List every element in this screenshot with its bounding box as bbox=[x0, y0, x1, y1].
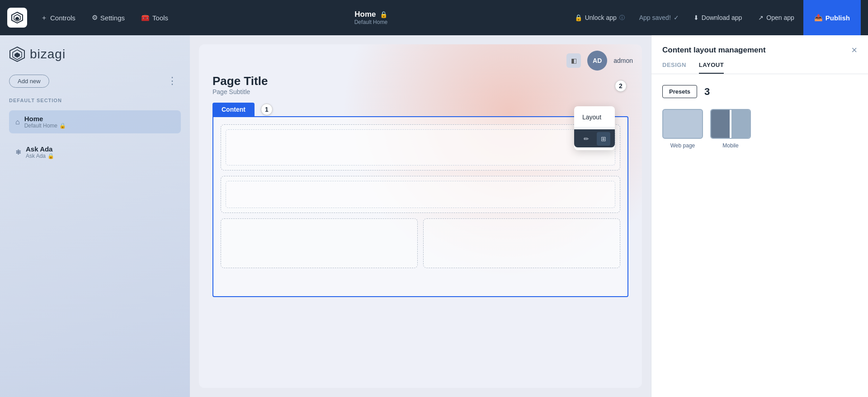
controls-label: Controls bbox=[50, 14, 75, 22]
lock-icon: 🔒 bbox=[59, 123, 66, 129]
placeholder-inner-2 bbox=[226, 181, 615, 208]
sidebar-item-home-sub: Default Home 🔒 bbox=[24, 123, 66, 129]
tab-design[interactable]: DESIGN bbox=[662, 61, 686, 74]
presets-label[interactable]: Presets bbox=[662, 85, 697, 98]
layout-option-mobile[interactable]: Mobile bbox=[710, 109, 751, 149]
right-panel: Content layout management × DESIGN LAYOU… bbox=[651, 35, 868, 397]
mobile-label: Mobile bbox=[722, 142, 738, 149]
info-icon: ⓘ bbox=[619, 14, 625, 22]
settings-button[interactable]: ⚙ Settings bbox=[85, 10, 131, 25]
content-tab-row: Content 1 bbox=[212, 103, 628, 116]
layout-option-web[interactable]: Web page bbox=[662, 109, 703, 149]
plus-icon: ＋ bbox=[41, 14, 47, 22]
presets-number: 3 bbox=[704, 86, 710, 98]
tools-button[interactable]: 🧰 Tools bbox=[135, 10, 175, 25]
nav-home-subtitle: Default Home bbox=[354, 19, 387, 25]
sidebar-item-home[interactable]: ⌂ Home Default Home 🔒 bbox=[9, 110, 181, 133]
open-app-button[interactable]: ↗ Open app bbox=[751, 10, 802, 25]
grid-icon-button[interactable]: ⊞ bbox=[597, 132, 610, 146]
add-new-button[interactable]: Add new bbox=[9, 75, 49, 88]
popup-divider bbox=[574, 127, 615, 128]
placeholder-inner-1 bbox=[226, 129, 615, 165]
tab-layout[interactable]: LAYOUT bbox=[699, 61, 724, 74]
right-panel-header: Content layout management × bbox=[651, 35, 868, 56]
sidebar-item-askada-sub: Ask Ada 🔒 bbox=[26, 153, 54, 159]
publish-button[interactable]: 📤 Publish bbox=[803, 0, 861, 35]
unlock-icon: 🔒 bbox=[575, 14, 582, 21]
canvas-header: ◧ AD admon bbox=[199, 44, 642, 74]
tools-icon: 🧰 bbox=[141, 14, 150, 22]
placeholder-half-1 bbox=[221, 218, 418, 268]
app-saved-status: App saved! ✓ bbox=[634, 10, 684, 25]
nav-right-actions: 🔒 Unlock app ⓘ App saved! ✓ ⬇ Download a… bbox=[567, 0, 861, 35]
nav-center: Home 🔒 Default Home bbox=[178, 10, 564, 25]
unlock-label: Unlock app bbox=[585, 14, 617, 21]
page-title-block: Page Title Page Subtitle bbox=[199, 74, 642, 103]
right-panel-tabs: DESIGN LAYOUT bbox=[651, 56, 868, 74]
external-link-icon: ↗ bbox=[758, 14, 764, 21]
placeholder-box-2 bbox=[221, 176, 620, 213]
close-panel-button[interactable]: × bbox=[851, 44, 857, 56]
mobile-half-light bbox=[731, 110, 750, 138]
home-icon: ⌂ bbox=[15, 118, 20, 126]
lock-icon: 🔒 bbox=[47, 153, 54, 159]
nav-home-title: Home 🔒 bbox=[354, 10, 387, 19]
content-canvas bbox=[212, 116, 628, 297]
top-navigation: ＋ Controls ⚙ Settings 🧰 Tools Home 🔒 Def… bbox=[0, 0, 868, 35]
callout-1-badge: 1 bbox=[261, 104, 273, 115]
layout-popup: Layout ✏ ⊞ bbox=[574, 106, 615, 150]
web-page-label: Web page bbox=[670, 142, 695, 149]
more-options-icon[interactable]: ⋮ bbox=[164, 73, 181, 89]
mobile-preview bbox=[710, 109, 751, 139]
edit-icon-button[interactable]: ✏ bbox=[580, 132, 593, 146]
sidebar-item-askada-name: Ask Ada bbox=[26, 145, 54, 153]
download-app-button[interactable]: ⬇ Download app bbox=[686, 10, 750, 25]
placeholder-half-2 bbox=[423, 218, 620, 268]
main-layout: bizagi Add new ⋮ DEFAULT SECTION ⌂ Home … bbox=[0, 35, 868, 397]
lock-icon: 🔒 bbox=[380, 11, 387, 18]
controls-button[interactable]: ＋ Controls bbox=[34, 10, 82, 26]
canvas-area: ◧ AD admon Page Title Page Subtitle Cont… bbox=[190, 35, 651, 397]
edit-icon: ✏ bbox=[584, 135, 589, 142]
sidebar: bizagi Add new ⋮ DEFAULT SECTION ⌂ Home … bbox=[0, 35, 190, 397]
download-label: Download app bbox=[702, 14, 742, 21]
layout-popup-layout-item[interactable]: Layout bbox=[574, 109, 615, 125]
sidebar-item-home-name: Home bbox=[24, 115, 66, 123]
content-tab[interactable]: Content bbox=[212, 103, 255, 116]
sidebar-item-askada[interactable]: ❄ Ask Ada Ask Ada 🔒 bbox=[9, 141, 181, 164]
section-label: DEFAULT SECTION bbox=[9, 98, 181, 103]
collapse-button[interactable]: ◧ bbox=[566, 53, 581, 68]
layout-options: Web page Mobile bbox=[662, 109, 857, 149]
settings-label: Settings bbox=[100, 14, 125, 22]
presets-row: Presets 3 bbox=[662, 85, 857, 98]
right-panel-title: Content layout management bbox=[662, 46, 766, 55]
collapse-icon: ◧ bbox=[571, 57, 577, 64]
app-logo bbox=[7, 8, 27, 28]
sidebar-add-row: Add new ⋮ bbox=[9, 73, 181, 89]
page-subtitle: Page Subtitle bbox=[212, 88, 628, 95]
placeholder-row-3 bbox=[221, 218, 620, 268]
svg-marker-5 bbox=[14, 52, 20, 58]
publish-label: Publish bbox=[826, 14, 850, 22]
web-preview bbox=[662, 109, 703, 139]
content-block-wrapper: Content 1 2 Layout bbox=[212, 103, 628, 297]
svg-marker-2 bbox=[15, 17, 19, 20]
right-panel-content: Presets 3 Web page Mobile bbox=[651, 74, 868, 397]
publish-icon: 📤 bbox=[814, 14, 823, 22]
unlock-app-button[interactable]: 🔒 Unlock app ⓘ bbox=[567, 10, 632, 25]
download-icon: ⬇ bbox=[693, 14, 699, 21]
page-title: Page Title bbox=[212, 74, 628, 88]
sidebar-logo: bizagi bbox=[9, 46, 181, 62]
user-avatar: AD bbox=[587, 51, 607, 71]
popup-actions: ✏ ⊞ bbox=[574, 129, 615, 147]
canvas-inner: ◧ AD admon Page Title Page Subtitle Cont… bbox=[199, 44, 642, 388]
placeholder-box-1 bbox=[221, 124, 620, 170]
grid-icon: ⊞ bbox=[601, 135, 606, 142]
sidebar-logo-text: bizagi bbox=[30, 47, 66, 61]
open-label: Open app bbox=[766, 14, 794, 21]
snowflake-icon: ❄ bbox=[15, 148, 21, 156]
mobile-half-dark bbox=[711, 110, 730, 138]
gear-icon: ⚙ bbox=[92, 14, 98, 22]
callout-2-badge: 2 bbox=[615, 80, 627, 92]
tools-label: Tools bbox=[152, 14, 168, 22]
